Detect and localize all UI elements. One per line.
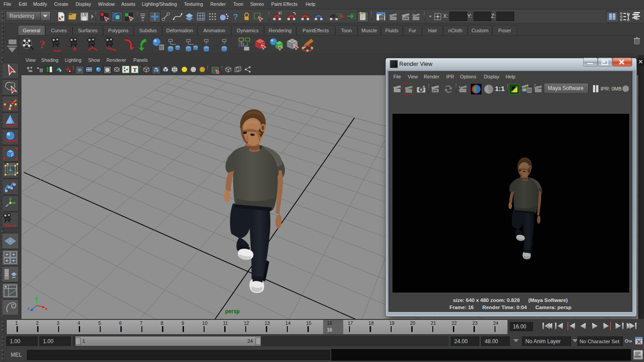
svg-text:?: ? xyxy=(39,38,45,51)
svg-text:"..: ".. xyxy=(535,84,538,88)
svg-text:x: x xyxy=(45,306,47,311)
svg-text:z: z xyxy=(27,306,30,311)
svg-text:T: T xyxy=(133,66,137,73)
svg-text:?: ? xyxy=(233,13,238,22)
svg-text:IPR: IPR xyxy=(403,17,409,20)
svg-text:y: y xyxy=(35,297,37,301)
svg-text:IPR: IPR xyxy=(432,89,438,92)
